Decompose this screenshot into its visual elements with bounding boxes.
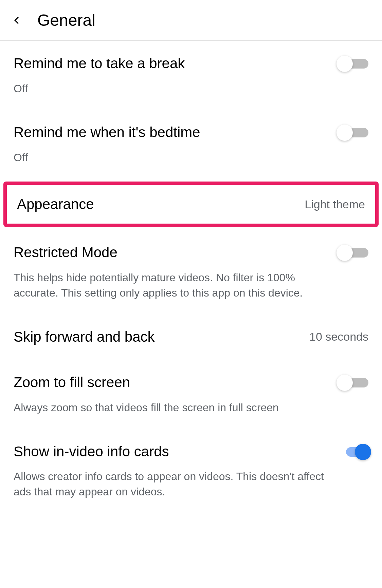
page-title: General (37, 11, 95, 30)
break-reminder-toggle[interactable] (339, 57, 368, 71)
setting-title: Appearance (17, 195, 94, 214)
toggle-thumb (355, 444, 371, 460)
setting-title: Skip forward and back (14, 328, 303, 346)
setting-title: Show in-video info cards (14, 442, 332, 461)
setting-title: Restricted Mode (14, 243, 332, 262)
settings-list: Remind me to take a break Off Remind me … (0, 41, 382, 513)
setting-bedtime-reminder[interactable]: Remind me when it's bedtime Off (0, 110, 382, 178)
setting-title: Remind me to take a break (14, 54, 332, 73)
header: General (0, 0, 382, 41)
setting-value: 10 seconds (309, 330, 368, 343)
toggle-thumb (336, 56, 353, 72)
setting-zoom[interactable]: Zoom to fill screen Always zoom so that … (0, 360, 382, 429)
info-cards-toggle[interactable] (339, 445, 368, 459)
setting-text: Zoom to fill screen Always zoom so that … (14, 373, 339, 415)
setting-info-cards[interactable]: Show in-video info cards Allows creator … (0, 429, 382, 513)
setting-subtitle: Always zoom so that videos fill the scre… (14, 400, 332, 415)
setting-break-reminder[interactable]: Remind me to take a break Off (0, 41, 382, 110)
appearance-row: Appearance Light theme (17, 195, 365, 214)
setting-text: Show in-video info cards Allows creator … (14, 442, 339, 499)
setting-skip[interactable]: Skip forward and back 10 seconds (0, 314, 382, 360)
toggle-thumb (336, 245, 353, 261)
zoom-toggle[interactable] (339, 376, 368, 390)
setting-text: Skip forward and back (14, 328, 309, 346)
restricted-mode-toggle[interactable] (339, 246, 368, 260)
setting-title: Remind me when it's bedtime (14, 123, 332, 142)
setting-appearance-highlighted[interactable]: Appearance Light theme (3, 182, 379, 227)
toggle-thumb (336, 375, 353, 391)
setting-subtitle: Off (14, 81, 332, 96)
setting-text: Restricted Mode This helps hide potentia… (14, 243, 339, 300)
setting-text: Remind me when it's bedtime Off (14, 123, 339, 165)
toggle-thumb (336, 125, 353, 141)
setting-subtitle: Allows creator info cards to appear on v… (14, 469, 332, 499)
back-icon[interactable] (10, 14, 23, 27)
bedtime-reminder-toggle[interactable] (339, 126, 368, 139)
setting-text: Remind me to take a break Off (14, 54, 339, 96)
setting-restricted-mode[interactable]: Restricted Mode This helps hide potentia… (0, 230, 382, 314)
setting-subtitle: This helps hide potentially mature video… (14, 270, 332, 301)
setting-subtitle: Off (14, 150, 332, 165)
setting-value: Light theme (305, 198, 365, 211)
setting-title: Zoom to fill screen (14, 373, 332, 392)
